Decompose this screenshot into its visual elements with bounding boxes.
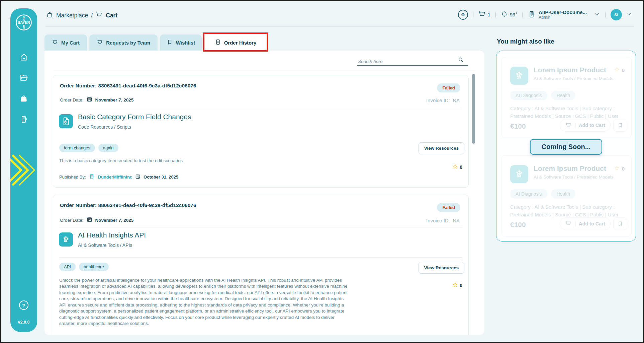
- user-name: AIIP-User-Docume...: [539, 9, 587, 15]
- svg-text:R: R: [23, 26, 25, 30]
- tag: AI Diagnosis: [510, 91, 547, 100]
- sidebar-item-organization[interactable]: [19, 115, 29, 125]
- org-selector[interactable]: AIIP-User-Docume... Admin: [528, 9, 600, 20]
- tag-list: API healthcare: [59, 263, 109, 271]
- rating-value: 0: [622, 67, 625, 73]
- sidebar-item-home[interactable]: [19, 53, 29, 63]
- recommended-product-card: Lorem Ipsum Product AI & Software Tools …: [501, 57, 632, 138]
- tab-order-history[interactable]: Order History: [204, 35, 267, 51]
- cart-check-icon: [97, 39, 103, 46]
- tab-label: My Cart: [61, 40, 80, 46]
- help-button[interactable]: ?: [19, 300, 28, 310]
- app-version: v2.0.0: [10, 320, 37, 325]
- order-date-value: November 7, 2025: [95, 218, 134, 223]
- publisher-building-icon: [89, 173, 95, 181]
- user-role: Admin: [539, 15, 587, 20]
- star-icon: [614, 67, 620, 74]
- search-icon[interactable]: [458, 57, 464, 64]
- published-by-label: Published By:: [59, 175, 86, 180]
- cart-plus-icon: [52, 39, 58, 46]
- status-badge: Failed: [437, 83, 460, 92]
- avatar[interactable]: SI: [611, 9, 622, 20]
- bayer-logo: BAYER B A E R: [15, 14, 32, 32]
- star-icon: [614, 165, 620, 172]
- cart-icon: [96, 11, 103, 20]
- tag: AI Diagnosis: [510, 189, 547, 199]
- bell-icon: [500, 10, 508, 19]
- chevron-down-icon: [594, 11, 600, 18]
- product-description: Unlock the power of artificial intellige…: [59, 277, 351, 327]
- product-description: This is a basic category item created to…: [59, 158, 354, 164]
- svg-text:A: A: [23, 18, 25, 21]
- price: €100: [510, 122, 526, 130]
- folder-icon: [19, 73, 28, 84]
- tag: Health: [551, 91, 575, 100]
- tab-requests-by-team[interactable]: Requests by Team: [89, 35, 158, 51]
- notifications-button[interactable]: 99+: [500, 10, 517, 19]
- card-divider: [59, 109, 462, 109]
- publisher-link[interactable]: DunderMifflinInc: [98, 175, 132, 180]
- divider-pipe: |: [495, 11, 496, 18]
- marketplace-bag-icon: [46, 11, 53, 20]
- tag-list: form changes again: [59, 144, 118, 152]
- order-date-label: Order Date:: [60, 97, 84, 102]
- building-icon: [19, 115, 28, 125]
- published-date: October 31, 2025: [144, 175, 178, 180]
- rating-value: 0: [622, 166, 625, 172]
- order-number-value: 88063491-dead-40f6-9c3a-df5d12c06076: [98, 83, 196, 88]
- card-divider: [59, 227, 462, 227]
- recommended-title: Lorem Ipsum Product: [534, 66, 606, 74]
- view-resources-button[interactable]: View Resources: [419, 262, 464, 274]
- search-bar: [357, 56, 468, 66]
- breadcrumb-cart: Cart: [106, 12, 117, 19]
- sidebar-item-marketplace-active[interactable]: [19, 94, 29, 104]
- add-to-cart-button: | Add to Cart: [560, 217, 611, 230]
- calendar-icon: [135, 174, 141, 181]
- invoice-label: Invoice ID:: [426, 97, 450, 103]
- settings-gear-icon[interactable]: ⚙: [458, 10, 468, 20]
- view-resources-button[interactable]: View Resources: [419, 142, 464, 154]
- invoice-value: NA: [453, 218, 460, 223]
- order-number-label: Order Number:: [60, 83, 97, 88]
- recommended-product-card: Lorem Ipsum Product AI & Software Tools …: [501, 155, 632, 236]
- recommended-title: Lorem Ipsum Product: [534, 164, 606, 173]
- calendar-icon: [86, 96, 93, 104]
- scrollbar-thumb[interactable]: [472, 74, 475, 144]
- card-divider: [59, 257, 462, 258]
- chevron-down-icon[interactable]: [626, 11, 632, 18]
- search-input[interactable]: [357, 58, 458, 65]
- order-card-2: Order Number: 88063491-dead-40f6-9c3a-df…: [53, 195, 469, 335]
- panel-divider: [54, 71, 475, 71]
- add-to-cart-label: Add to Cart: [579, 221, 605, 226]
- tag: API: [59, 263, 76, 271]
- calendar-icon: [86, 216, 93, 224]
- coming-soon-button[interactable]: Coming Soon...: [530, 139, 602, 155]
- product-title[interactable]: Basic Category Form Field Changes: [78, 113, 191, 121]
- order-number-label: Order Number:: [60, 202, 97, 208]
- star-icon: [452, 164, 458, 170]
- divider-pipe: |: [605, 11, 606, 18]
- tab-label: Requests by Team: [106, 40, 150, 46]
- divider-pipe: |: [522, 11, 523, 18]
- bookmark-button: [613, 217, 627, 230]
- tab-wishlist[interactable]: Wishlist: [160, 35, 202, 51]
- product-network-icon: [59, 232, 73, 247]
- order-history-panel: Order Number: 88063491-dead-40f6-9c3a-df…: [44, 51, 484, 335]
- order-card-1: Order Number: 88063491-dead-40f6-9c3a-df…: [53, 75, 469, 188]
- recommended-category: AI & Software Tools / Pretrained Models: [534, 76, 613, 81]
- breadcrumb-marketplace[interactable]: Marketplace: [56, 12, 88, 19]
- order-date-label: Order Date:: [60, 218, 84, 223]
- shopping-bag-icon: [19, 94, 28, 105]
- add-to-cart-button: | Add to Cart: [560, 119, 611, 132]
- app-window: BAYER B A E R: [0, 0, 644, 343]
- sidebar-item-projects[interactable]: [19, 73, 29, 83]
- sidebar-chevron-decoration: [10, 150, 37, 191]
- tab-my-cart[interactable]: My Cart: [44, 35, 87, 51]
- recommended-meta: Category : AI & Software Tools | Sub cat…: [510, 105, 627, 120]
- recommendations-title: You might also like: [497, 38, 554, 45]
- product-file-gear-icon: [59, 114, 73, 128]
- tab-label: Wishlist: [176, 40, 195, 46]
- tag-list: AI Diagnosis Health: [510, 91, 575, 100]
- header-cart-button[interactable]: 1: [478, 10, 490, 19]
- product-title[interactable]: AI Health Insights API: [78, 231, 146, 239]
